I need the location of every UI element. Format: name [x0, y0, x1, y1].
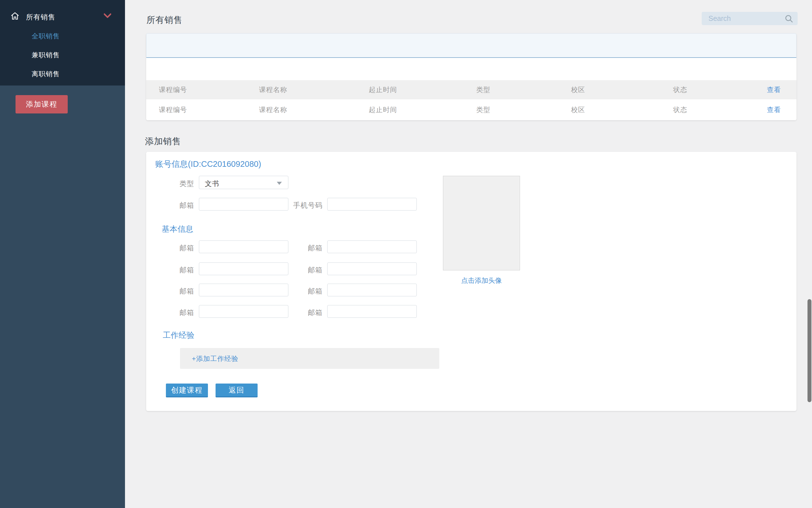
column-header-course-id: 课程编号	[159, 85, 187, 94]
type-select-value: 文书	[205, 179, 219, 188]
basic-email-input-3l[interactable]	[199, 284, 288, 296]
basic-email-label-2l: 邮箱	[154, 265, 194, 274]
basic-email-label-4l: 邮箱	[154, 308, 194, 317]
sidebar-item-fulltime-sales[interactable]: 全职销售	[32, 32, 116, 43]
add-work-experience-link[interactable]: +添加工作经验	[192, 354, 238, 363]
scrollbar-thumb[interactable]	[808, 299, 811, 402]
caret-down-icon	[277, 182, 282, 185]
basic-email-label-1r: 邮箱	[283, 243, 322, 253]
column-header-view: 查看	[767, 85, 781, 94]
basic-info-heading: 基本信息	[162, 224, 193, 235]
column-header-course-name: 课程名称	[259, 85, 287, 94]
back-button[interactable]: 返回	[216, 384, 258, 397]
column-header-type: 类型	[476, 85, 490, 94]
work-experience-heading: 工作经验	[163, 330, 194, 341]
column-header-status: 状态	[673, 85, 687, 94]
account-email-input[interactable]	[199, 198, 288, 211]
basic-email-input-2l[interactable]	[199, 262, 288, 275]
basic-email-label-2r: 邮箱	[283, 265, 322, 274]
search-input[interactable]	[702, 12, 798, 25]
type-select[interactable]: 文书	[199, 176, 288, 189]
course-table-card: 课程编号 课程名称 起止时间 类型 校区 状态 查看 课程编号 课程名称 起止时…	[146, 33, 797, 120]
app-root: 所有销售 全职销售 兼职销售 离职销售 添加课程 所有销售 课程编号 课程名称 …	[0, 0, 812, 508]
table-header-row: 课程编号 课程名称 起止时间 类型 校区 状态 查看	[146, 80, 797, 99]
page-title: 所有销售	[146, 14, 183, 26]
create-course-button[interactable]: 创建课程	[166, 384, 208, 397]
add-sales-form-card: 账号信息(ID:CC2016092080) 类型 文书 邮箱 手机号码 基本信息…	[146, 152, 797, 411]
basic-email-label-3l: 邮箱	[154, 287, 194, 296]
basic-email-label-1l: 邮箱	[154, 243, 194, 253]
cell-course-name: 课程名称	[259, 105, 287, 114]
phone-input[interactable]	[327, 198, 417, 211]
chevron-down-icon	[104, 13, 111, 18]
sidebar-menu-panel: 所有销售 全职销售 兼职销售 离职销售	[0, 0, 125, 86]
add-sales-title: 添加销售	[145, 135, 181, 147]
basic-email-label-4r: 邮箱	[283, 308, 322, 317]
basic-email-input-1l[interactable]	[199, 241, 288, 253]
table-filter-area	[146, 33, 797, 58]
type-label: 类型	[154, 179, 194, 188]
basic-email-label-3r: 邮箱	[283, 287, 322, 296]
avatar-upload-box[interactable]	[443, 176, 520, 270]
column-header-campus: 校区	[571, 85, 585, 94]
sidebar-item-departed-sales[interactable]: 离职销售	[32, 70, 116, 81]
cell-status: 状态	[673, 105, 687, 114]
home-icon	[10, 11, 19, 20]
account-info-heading: 账号信息(ID:CC2016092080)	[155, 159, 261, 170]
basic-email-input-4l[interactable]	[199, 305, 288, 318]
basic-email-input-2r[interactable]	[327, 262, 417, 275]
cell-campus: 校区	[571, 105, 585, 114]
cell-type: 类型	[476, 105, 490, 114]
table-row: 课程编号 课程名称 起止时间 类型 校区 状态 查看	[146, 99, 797, 120]
sidebar-group-label: 所有销售	[26, 12, 55, 22]
basic-email-input-3r[interactable]	[327, 284, 417, 296]
search-icon[interactable]	[785, 14, 793, 23]
column-header-time-range: 起止时间	[369, 85, 397, 94]
account-email-label: 邮箱	[154, 201, 194, 210]
cell-course-id: 课程编号	[159, 105, 187, 114]
sidebar: 所有销售 全职销售 兼职销售 离职销售 添加课程	[0, 0, 125, 508]
phone-label: 手机号码	[283, 201, 322, 210]
view-link[interactable]: 查看	[767, 105, 781, 114]
search-box	[702, 12, 798, 25]
basic-email-input-1r[interactable]	[327, 241, 417, 253]
sidebar-group-all-sales[interactable]: 所有销售	[0, 10, 125, 24]
add-avatar-link[interactable]: 点击添加头像	[443, 276, 520, 285]
add-course-button[interactable]: 添加课程	[15, 95, 68, 114]
cell-time-range: 起止时间	[369, 105, 397, 114]
work-experience-box: +添加工作经验	[180, 348, 439, 369]
basic-email-input-4r[interactable]	[327, 305, 417, 318]
sidebar-item-parttime-sales[interactable]: 兼职销售	[32, 50, 116, 62]
